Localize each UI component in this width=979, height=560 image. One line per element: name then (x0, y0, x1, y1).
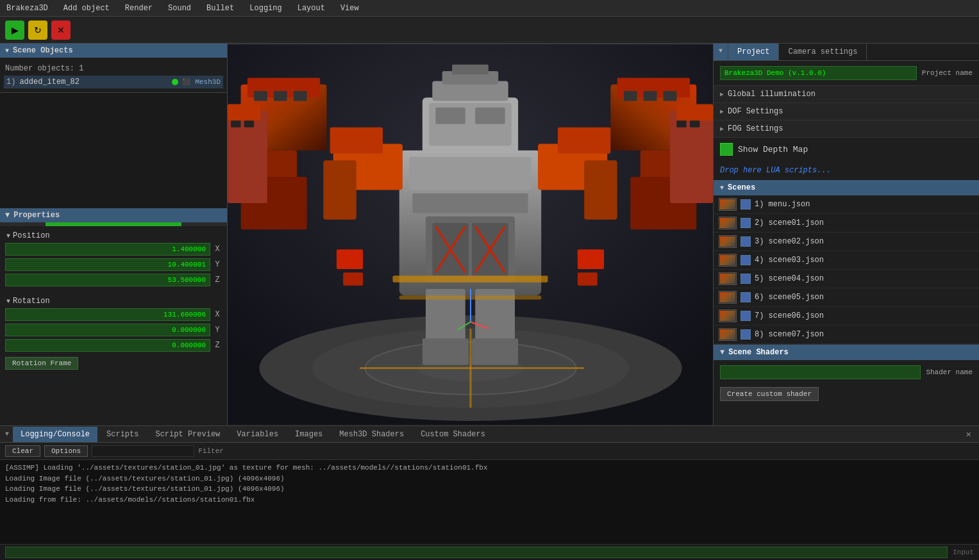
menu-add-object[interactable]: Add object (61, 3, 112, 14)
menu-bullet[interactable]: Bullet (204, 3, 237, 14)
position-arrow: ▼ (6, 233, 10, 240)
project-name-input[interactable] (720, 66, 917, 80)
svg-rect-42 (475, 108, 505, 124)
position-y-input[interactable] (5, 258, 210, 271)
shader-name-input[interactable] (720, 365, 921, 379)
shaders-section: ▼ Scene Shaders Shader name Create custo… (714, 345, 979, 404)
scene-item-3[interactable]: 3) scene02.json (714, 233, 979, 251)
console-line-4: Loading from file: ../assets/models//sta… (5, 495, 974, 506)
rotation-y-input[interactable] (5, 324, 210, 336)
scene-item-8[interactable]: 8) scene07.json (714, 325, 979, 344)
rotation-x-row: X (5, 308, 222, 321)
position-x-label: X (213, 245, 222, 254)
scene-3d (228, 44, 713, 425)
show-depth-row: Show Depth Map (714, 138, 979, 161)
options-button[interactable]: Options (44, 445, 88, 457)
tab-images[interactable]: Images (287, 427, 330, 442)
filter-label: Filter (198, 447, 224, 455)
position-header: ▼ Position (5, 229, 222, 243)
project-name-row: Project name (714, 61, 979, 86)
menu-brakeza3d[interactable]: Brakeza3D (4, 3, 51, 14)
shaders-title: Scene Shaders (728, 348, 789, 357)
tab-project[interactable]: Project (728, 44, 779, 60)
object-count: Number objects: 1 (4, 62, 223, 76)
scene-icon-8 (741, 329, 751, 340)
play-button[interactable]: ▶ (5, 21, 24, 40)
menu-logging[interactable]: Logging (247, 3, 284, 14)
scene-objects-header[interactable]: ▼ Scene Objects (0, 44, 227, 58)
svg-rect-24 (664, 91, 677, 101)
bottom-panel-close[interactable]: ✕ (961, 426, 976, 442)
dof-settings-header[interactable]: ▶ DOF Settings (714, 103, 979, 120)
console-input[interactable] (5, 547, 948, 558)
svg-rect-49 (337, 249, 363, 269)
tab-scripts[interactable]: Scripts (99, 427, 146, 442)
console-output: [ASSIMP] Loading '../assets/textures/sta… (0, 460, 979, 544)
rotation-x-label: X (213, 310, 222, 319)
svg-rect-13 (294, 91, 307, 101)
tab-mesh3d-shaders[interactable]: Mesh3D Shaders (331, 427, 412, 442)
scene-name-3: 3) scene02.json (755, 237, 824, 246)
shader-row: Shader name (714, 360, 979, 384)
show-depth-label: Show Depth Map (738, 145, 808, 154)
svg-rect-31 (412, 194, 528, 213)
scene-icon-7 (741, 311, 751, 321)
global-illumination-header[interactable]: ▶ Global illumination (714, 86, 979, 103)
menu-view[interactable]: View (338, 3, 362, 14)
rotation-header: ▼ Rotation (5, 294, 222, 308)
rotation-section: ▼ Rotation X Y Z Rotation Frame (0, 292, 227, 372)
rotation-y-row: Y (5, 324, 222, 336)
tab-custom-shaders[interactable]: Custom Shaders (413, 427, 493, 442)
scene-name-8: 8) scene07.json (755, 330, 824, 339)
scene-item-2[interactable]: 2) scene01.json (714, 214, 979, 233)
tab-logging-console[interactable]: Logging/Console (13, 427, 97, 442)
svg-rect-12 (274, 91, 287, 101)
console-line-1: [ASSIMP] Loading '../assets/textures/sta… (5, 463, 974, 474)
rotation-frame-button[interactable]: Rotation Frame (5, 357, 78, 370)
object-active-dot (172, 79, 178, 85)
filter-input[interactable] (92, 445, 194, 457)
clear-button[interactable]: Clear (5, 445, 40, 457)
refresh-button[interactable]: ↻ (28, 21, 47, 40)
position-x-input[interactable] (5, 243, 210, 256)
svg-rect-22 (624, 91, 637, 101)
scene-item-5[interactable]: 5) scene04.json (714, 270, 979, 288)
scene-item-1[interactable]: 1) menu.json (714, 195, 979, 214)
properties-header[interactable]: ▼ Properties (0, 208, 227, 222)
drop-lua-area[interactable]: Drop here LUA scripts... (714, 161, 979, 180)
dof-arrow: ▶ (720, 108, 724, 115)
menu-render[interactable]: Render (122, 3, 155, 14)
menu-layout[interactable]: Layout (295, 3, 328, 14)
scenes-section: ▼ Scenes 1) menu.json 2) scene01.json 3)… (714, 180, 979, 345)
viewport[interactable] (228, 44, 713, 425)
scene-thumb-6 (719, 291, 737, 304)
scene-item-4[interactable]: 4) scene03.json (714, 251, 979, 270)
fog-settings-header[interactable]: ▶ FOG Settings (714, 120, 979, 137)
object-type: Mesh3D (195, 78, 221, 86)
scene-item-7[interactable]: 7) scene06.json (714, 307, 979, 325)
position-x-row: X (5, 243, 222, 256)
svg-rect-28 (690, 120, 699, 127)
menu-sound[interactable]: Sound (165, 3, 194, 14)
rotation-z-input[interactable] (5, 339, 210, 352)
position-y-row: Y (5, 258, 222, 271)
fog-arrow: ▶ (720, 125, 724, 133)
object-index: 1) (6, 78, 15, 86)
svg-rect-59 (472, 338, 518, 365)
object-item[interactable]: 1) added_item_82 ⬛ Mesh3D (4, 76, 223, 88)
tab-camera-settings[interactable]: Camera settings (779, 44, 867, 60)
rotation-x-input[interactable] (5, 308, 210, 321)
svg-rect-17 (244, 120, 254, 127)
scene-icon-6 (741, 292, 751, 302)
scene-icon-2 (741, 218, 751, 228)
stop-button[interactable]: ✕ (51, 21, 71, 40)
tab-script-preview[interactable]: Script Preview (147, 427, 228, 442)
toolbar: ▶ ↻ ✕ (0, 17, 979, 44)
scene-item-6[interactable]: 6) scene05.json (714, 288, 979, 307)
svg-rect-52 (558, 128, 610, 154)
tab-variables[interactable]: Variables (229, 427, 286, 442)
create-shader-button[interactable]: Create custom shader (720, 387, 819, 401)
position-z-input[interactable] (5, 274, 210, 286)
scene-name-6: 6) scene05.json (755, 293, 824, 302)
show-depth-checkbox[interactable] (720, 143, 733, 156)
